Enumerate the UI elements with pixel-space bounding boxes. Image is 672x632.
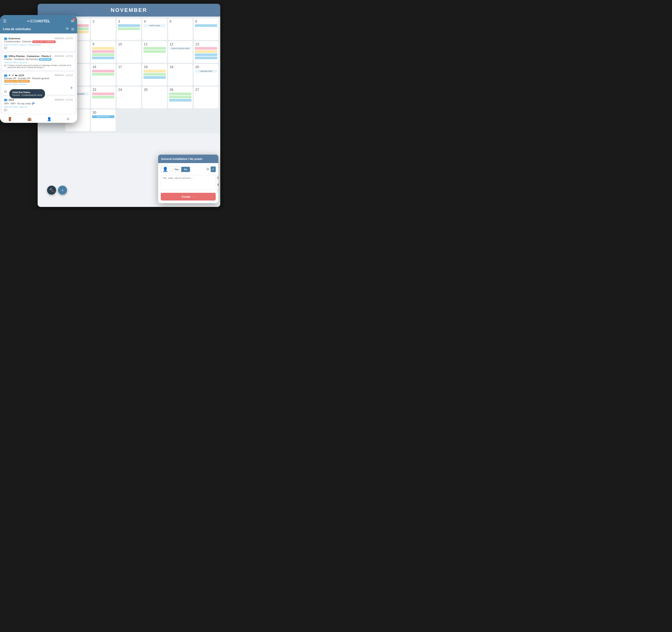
tooltip-hotel: Hotel Eisi Palma xyxy=(13,91,42,94)
nav-tools[interactable]: ✈ xyxy=(67,117,70,121)
calendar-cell[interactable]: 3 xyxy=(117,19,141,40)
status-badge: ESCALADA / HUÉSPED xyxy=(32,41,56,43)
logo-area: ▪▪ EISIHOTEL xyxy=(27,19,50,23)
request-time: 05/09/2021 - 11:57:01 xyxy=(54,55,73,57)
calendar-cell[interactable]: 9 xyxy=(91,41,116,63)
request-user: 👥Exteriores xyxy=(4,37,21,40)
nav-building[interactable]: 🏨 xyxy=(27,117,32,121)
event-bar xyxy=(169,96,192,98)
hamburger-icon[interactable]: ☰ xyxy=(3,19,6,23)
mail-badge: 1 xyxy=(73,18,75,21)
modal-body: 👤 Yes No ✈ ✓ ⌨ 📷 1 ⚙ Create → xyxy=(158,163,218,203)
list-title: Lista de solicitudes xyxy=(3,27,64,31)
day-number: 18 xyxy=(143,65,166,69)
search-icon[interactable]: 🔍 xyxy=(66,27,70,31)
nav-person[interactable]: 👤 xyxy=(47,117,52,121)
request-location: Hotel Eisi Palma · Bloques · Zonas comun… xyxy=(4,44,73,46)
event-bar xyxy=(92,93,115,95)
calendar-cell[interactable]: 18 xyxy=(142,64,167,85)
calendar-cell[interactable]: 23 xyxy=(91,87,116,108)
request-item[interactable]: 👥121105/09/2021 - 11:57:01WIFI · WIFI · … xyxy=(2,96,75,113)
calendar-cell[interactable]: 4HAPPC check xyxy=(142,19,167,40)
search-bar: Lista de solicitudes 🔍 ⊟ xyxy=(0,26,77,33)
day-number: 20 xyxy=(195,65,217,69)
calendar-cell[interactable]: 5 xyxy=(168,19,193,40)
calendar-cell[interactable]: 6 xyxy=(194,19,218,40)
top-bar: ☰ ▪▪ EISIHOTEL ✉ 1 xyxy=(0,17,77,26)
calendar-cell[interactable]: 10 xyxy=(117,41,141,63)
nav-checkin[interactable]: 🚪 xyxy=(7,117,12,121)
mail-icon[interactable]: ✉ 1 xyxy=(71,19,74,23)
calendar-cell[interactable]: 26 xyxy=(168,87,193,108)
user-icon: 👥 xyxy=(4,98,7,101)
calendar-cell[interactable]: 30Equipment check xyxy=(91,109,116,131)
day-number: 2 xyxy=(92,20,115,24)
status-badge: ESCALADA xyxy=(39,58,52,61)
person-icon-modal: 👤 xyxy=(161,166,170,173)
request-user: 👥Office Plantas · Camareras · Planta 2 xyxy=(4,54,51,57)
logo-icon: ▪▪ xyxy=(27,19,29,23)
no-button[interactable]: No xyxy=(181,167,190,172)
modal-panel: General installation / No power 👤 Yes No… xyxy=(158,155,218,203)
event-bar xyxy=(143,73,166,76)
event-bar xyxy=(195,47,217,50)
day-number: 13 xyxy=(195,42,217,46)
day-number: 23 xyxy=(92,88,115,92)
day-number: 11 xyxy=(143,42,166,46)
event-bar xyxy=(169,99,192,102)
filter-icon[interactable]: ⊟ xyxy=(71,27,74,31)
calendar-cell[interactable]: 25 xyxy=(142,87,167,108)
fab-area: 🔨 ＋ xyxy=(47,186,220,195)
day-number: 17 xyxy=(118,65,140,69)
event-bar xyxy=(92,47,115,50)
fab-add-button[interactable]: ＋ xyxy=(58,186,67,195)
modal-top-row: 👤 Yes No ✈ ✓ xyxy=(161,166,216,173)
comment-icon: 💬 xyxy=(4,47,73,49)
day-number: 19 xyxy=(169,65,192,69)
calendar-cell[interactable]: 20Legionella check xyxy=(194,64,218,85)
tools-icon-modal: ✈ xyxy=(206,167,210,172)
calendar-cell[interactable]: 24 xyxy=(117,87,141,108)
calendar-cell[interactable]: 2 xyxy=(91,19,116,40)
calendar-cell[interactable]: 13 xyxy=(194,41,218,63)
fab-tool-button[interactable]: 🔨 xyxy=(47,186,56,195)
event-bar xyxy=(92,53,115,56)
event-label: HAPPC check xyxy=(143,24,166,27)
user-icon: 👥 xyxy=(4,37,7,40)
request-item[interactable]: 👥Exteriores05/09/2021 - 11:57:01Contrain… xyxy=(2,35,75,51)
event-label: Pools & Jacuzzis check xyxy=(169,47,192,50)
calendar-cell[interactable]: 27 xyxy=(194,87,218,108)
comment-icon: 💬 xyxy=(4,109,73,111)
calendar-cell[interactable]: 11 xyxy=(142,41,167,63)
event-bar xyxy=(118,24,140,27)
check-icon-modal[interactable]: ✓ xyxy=(211,167,216,172)
keyboard-icon-btn[interactable]: ⌨ xyxy=(216,175,218,180)
event-bar xyxy=(195,24,217,27)
yes-no-group: Yes No xyxy=(172,167,190,172)
calendar-cell[interactable]: 17 xyxy=(117,64,141,85)
floating-tooltip: Hotel Eisi Palma Piscina · Contaminación… xyxy=(9,89,45,98)
calendar-cell[interactable]: 12Pools & Jacuzzis check xyxy=(168,41,193,63)
event-label: Legionella check xyxy=(195,70,217,73)
calendar-cell[interactable]: 19 xyxy=(168,64,193,85)
request-location: Hotel Eisi Palma · Bloque C xyxy=(4,61,73,64)
calendar-cell[interactable]: 16 xyxy=(91,64,116,85)
request-user: 👥✈↗🛏3110 xyxy=(4,74,24,77)
day-number: 10 xyxy=(118,42,140,46)
event-label-blue: Equipment check xyxy=(92,115,115,118)
pause-icon: ⏸ xyxy=(70,86,73,90)
day-number: 27 xyxy=(195,88,217,92)
user-icon: 👥 xyxy=(4,54,7,57)
status-bar xyxy=(0,15,77,17)
request-item[interactable]: 👥Office Plantas · Camareras · Planta 205… xyxy=(2,53,75,70)
mobile-panel: ☰ ▪▪ EISIHOTEL ✉ 1 Lista de solicitudes … xyxy=(0,15,77,123)
event-bar xyxy=(143,76,166,79)
event-bar xyxy=(169,93,192,95)
event-bar xyxy=(92,70,115,72)
event-bar xyxy=(92,57,115,59)
request-list: 👥Exteriores05/09/2021 - 11:57:01Contrain… xyxy=(0,35,77,113)
logo-text: EISIHOTEL xyxy=(30,19,50,23)
day-number: 24 xyxy=(118,88,140,92)
day-number: 12 xyxy=(169,42,192,46)
yes-button[interactable]: Yes xyxy=(172,167,181,172)
